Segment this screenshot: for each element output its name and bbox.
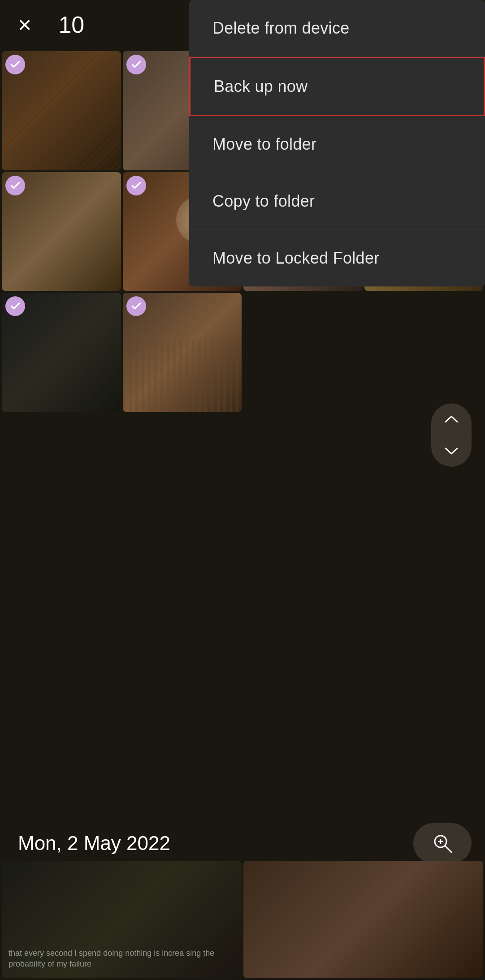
bottom-photo-strip: that every second I spend doing nothing …	[0, 859, 485, 980]
bottom-photo-1[interactable]: that every second I spend doing nothing …	[2, 861, 242, 978]
menu-item-copy-to-folder[interactable]: Copy to folder	[189, 173, 485, 230]
check-badge-6	[126, 176, 146, 195]
check-badge-5	[5, 176, 25, 195]
photo-cell-10[interactable]	[123, 293, 242, 412]
zoom-button[interactable]	[413, 823, 472, 863]
scroll-controls	[431, 403, 472, 467]
selection-count: 10	[58, 11, 84, 38]
check-badge-10	[126, 296, 146, 316]
check-badge-2	[126, 55, 146, 74]
menu-item-delete-device[interactable]: Delete from device	[189, 0, 485, 57]
photo-cell-9[interactable]	[2, 293, 121, 412]
photo-cell-5[interactable]	[2, 172, 121, 291]
menu-item-move-to-locked[interactable]: Move to Locked Folder	[189, 230, 485, 286]
check-badge-1	[5, 55, 25, 74]
menu-item-move-to-folder[interactable]: Move to folder	[189, 116, 485, 173]
context-menu: Delete from deviceBack up nowMove to fol…	[189, 0, 485, 286]
date-label: Mon, 2 May 2022	[18, 832, 170, 854]
check-badge-9	[5, 296, 25, 316]
photo-cell-1[interactable]	[2, 51, 121, 170]
scroll-down-button[interactable]	[431, 435, 472, 467]
svg-line-1	[445, 846, 451, 852]
close-button[interactable]: ×	[18, 13, 31, 36]
bottom-photo-text: that every second I spend doing nothing …	[9, 948, 235, 969]
menu-item-back-up-now[interactable]: Back up now	[189, 57, 485, 116]
bottom-photo-2[interactable]	[243, 861, 483, 978]
